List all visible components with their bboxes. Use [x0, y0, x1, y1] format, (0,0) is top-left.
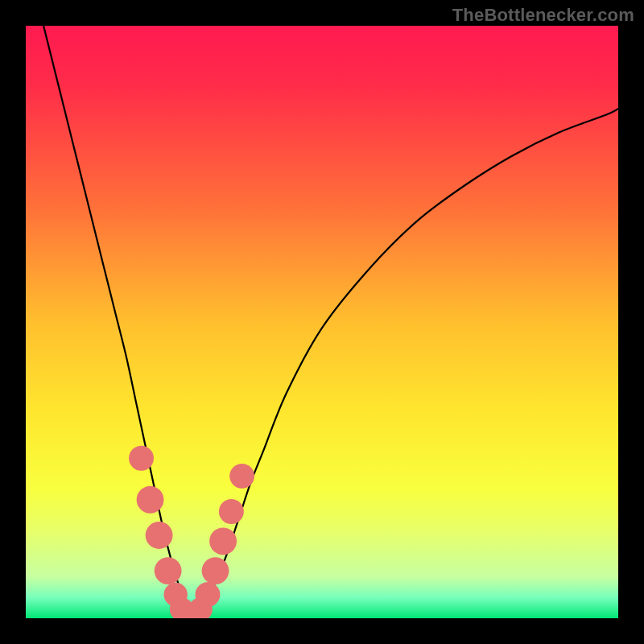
data-marker	[219, 499, 244, 524]
gradient-background	[26, 26, 618, 618]
data-marker	[137, 486, 164, 514]
plot-svg	[26, 26, 618, 618]
chart-frame: TheBottlenecker.com	[0, 0, 644, 644]
data-marker	[229, 464, 254, 489]
data-marker	[202, 557, 229, 584]
data-marker	[209, 527, 237, 555]
data-marker	[146, 522, 173, 549]
data-marker	[129, 446, 154, 471]
plot-area	[26, 26, 618, 618]
watermark: TheBottlenecker.com	[452, 5, 634, 26]
data-marker	[155, 557, 182, 584]
data-marker	[195, 582, 220, 607]
